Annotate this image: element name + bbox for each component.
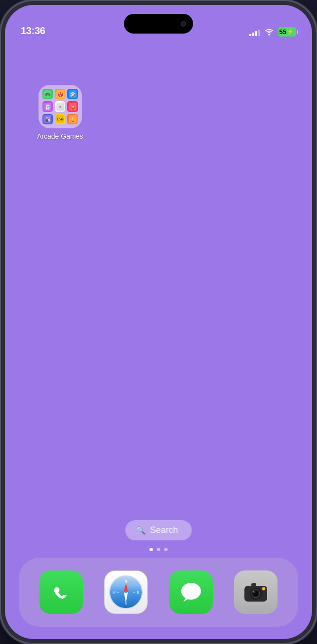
svg-text:W: W xyxy=(113,591,116,594)
search-pill[interactable]: 🔍 Search xyxy=(125,520,192,540)
signal-bar-2 xyxy=(252,33,254,36)
dynamic-island xyxy=(124,14,193,34)
folder-mini-app-7: 🎳 xyxy=(42,114,53,124)
front-camera-dot xyxy=(181,21,186,27)
svg-text:E: E xyxy=(137,591,140,594)
folder-icon[interactable]: 🎮 🎯 🎲 🃏 ≡ 🎪 xyxy=(39,85,82,128)
folder-mini-app-8: 2048 xyxy=(55,114,65,124)
svg-text:🎯: 🎯 xyxy=(57,92,63,98)
folder-mini-app-9: 🏆 xyxy=(67,114,78,124)
dock: N S E W xyxy=(19,558,298,627)
svg-text:≡: ≡ xyxy=(59,105,61,109)
status-time: 13:36 xyxy=(21,25,45,37)
search-pill-container[interactable]: 🔍 Search xyxy=(125,520,192,540)
dock-app-camera[interactable] xyxy=(234,570,277,614)
signal-bar-1 xyxy=(249,34,251,36)
signal-icon xyxy=(249,28,260,36)
dock-app-phone[interactable] xyxy=(40,570,83,614)
messages-icon xyxy=(178,579,204,605)
svg-rect-38 xyxy=(251,583,256,586)
svg-point-40 xyxy=(263,588,265,590)
phone-device: 13:36 xyxy=(0,0,317,644)
arcade-games-folder[interactable]: 🎮 🎯 🎲 🃏 ≡ 🎪 xyxy=(37,85,83,140)
battery-level: 55 xyxy=(279,28,286,36)
battery-indicator: 55 ⚡ xyxy=(278,27,296,37)
page-indicator xyxy=(150,548,168,551)
signal-bar-3 xyxy=(255,31,257,36)
svg-text:🃏: 🃏 xyxy=(45,104,51,110)
page-dot-2 xyxy=(157,548,160,551)
folder-mini-app-1: 🎮 xyxy=(42,89,53,99)
home-screen: 🎮 🎯 🎲 🃏 ≡ 🎪 xyxy=(5,40,312,639)
svg-point-36 xyxy=(253,591,256,594)
search-pill-icon: 🔍 xyxy=(136,526,146,535)
dock-app-messages[interactable] xyxy=(169,570,213,614)
folder-mini-app-2: 🎯 xyxy=(55,89,65,99)
phone-screen: 13:36 xyxy=(5,5,312,639)
dock-app-safari[interactable]: N S E W xyxy=(104,570,148,614)
svg-point-37 xyxy=(253,591,254,592)
svg-text:S: S xyxy=(125,602,127,605)
folder-mini-app-6: 🎪 xyxy=(67,101,78,112)
signal-bar-4 xyxy=(258,30,260,36)
folder-mini-app-5: ≡ xyxy=(55,101,65,112)
svg-text:2048: 2048 xyxy=(57,118,64,121)
svg-text:N: N xyxy=(125,580,127,583)
folder-mini-app-4: 🃏 xyxy=(42,101,53,112)
wifi-icon xyxy=(264,28,274,36)
svg-text:🎳: 🎳 xyxy=(45,116,51,122)
svg-text:🏆: 🏆 xyxy=(70,116,76,122)
status-icons: 55 ⚡ xyxy=(249,27,296,37)
folder-label: Arcade Games xyxy=(37,132,83,140)
battery-charging-icon: ⚡ xyxy=(287,29,294,35)
svg-text:🎲: 🎲 xyxy=(70,92,76,98)
camera-icon xyxy=(241,578,270,606)
page-dot-1 xyxy=(150,548,153,551)
search-pill-text: Search xyxy=(150,525,178,535)
svg-point-29 xyxy=(181,583,201,600)
folder-mini-app-3: 🎲 xyxy=(67,89,78,99)
svg-text:🎮: 🎮 xyxy=(45,92,51,98)
svg-text:🎪: 🎪 xyxy=(70,104,76,110)
page-dot-3 xyxy=(164,548,168,551)
safari-compass-icon: N S E W xyxy=(109,575,143,609)
